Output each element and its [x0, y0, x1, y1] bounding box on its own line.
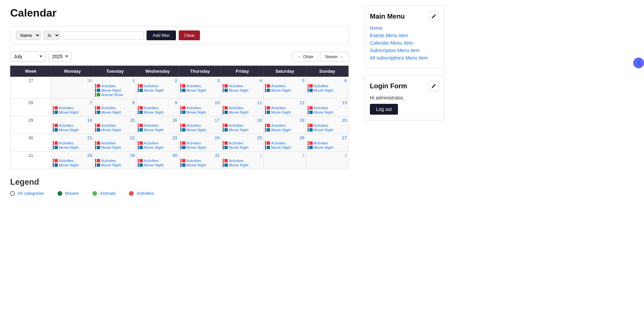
event-item[interactable]: Movie Night [95, 88, 135, 92]
day-number[interactable]: 26 [265, 135, 304, 140]
event-item[interactable]: Movie Night [223, 110, 262, 114]
day-number[interactable]: 10 [180, 100, 220, 105]
add-filter-button[interactable]: Add filter [147, 30, 176, 40]
day-number[interactable]: 4 [223, 78, 262, 83]
event-label[interactable]: Movie Night [101, 128, 121, 132]
day-number[interactable]: 27 [308, 135, 347, 140]
event-item[interactable]: Movie Night [53, 145, 92, 149]
event-item[interactable]: Activities [180, 84, 220, 88]
event-item[interactable]: Movie Night [138, 145, 177, 149]
event-label[interactable]: Activities [59, 141, 73, 145]
week-link[interactable]: 27 [28, 78, 33, 83]
menu-link-events[interactable]: Events Menu Item [370, 33, 408, 38]
event-label[interactable]: Movie Night [144, 110, 163, 114]
legend-link-movies[interactable]: Movies [65, 191, 79, 196]
event-label[interactable]: Activities [144, 106, 158, 110]
event-label[interactable]: Activities [271, 141, 286, 145]
event-item[interactable]: Activities [138, 159, 177, 163]
day-number[interactable]: 31 [180, 153, 220, 158]
event-item[interactable]: Activities [223, 106, 262, 110]
legend-link-all-categories[interactable]: All categories [18, 191, 44, 196]
event-item[interactable]: Movie Night [180, 128, 220, 132]
event-item[interactable]: Activities [180, 106, 220, 110]
day-number[interactable]: 15 [95, 118, 135, 123]
event-label[interactable]: Movie Night [229, 110, 248, 114]
event-label[interactable]: Activities [144, 159, 158, 163]
event-label[interactable]: Activities [144, 84, 158, 88]
event-label[interactable]: Movie Night [314, 88, 333, 92]
day-number[interactable]: 1 [95, 78, 135, 83]
event-label[interactable]: Activities [186, 84, 201, 88]
day-number[interactable]: 5 [265, 78, 304, 83]
event-label[interactable]: Activities [271, 84, 286, 88]
day-number[interactable]: 9 [138, 100, 177, 105]
event-label[interactable]: Activities [314, 84, 328, 88]
event-label[interactable]: Activities [101, 106, 116, 110]
event-label[interactable]: Movie Night [101, 110, 121, 114]
filter-value-input[interactable] [63, 31, 144, 40]
event-label[interactable]: Movie Night [271, 110, 291, 114]
event-label[interactable]: Movie Night [101, 163, 121, 167]
event-item[interactable]: Activities [53, 159, 92, 163]
event-item[interactable]: Activities [223, 159, 262, 163]
event-label[interactable]: Activities [229, 141, 243, 145]
week-link[interactable]: 31 [28, 153, 33, 158]
day-number[interactable]: 19 [265, 118, 304, 123]
event-item[interactable]: Movie Night [180, 163, 220, 167]
filter-field-select[interactable]: Name [16, 31, 41, 40]
event-item[interactable]: Activities [265, 106, 304, 110]
event-item[interactable]: Movie Night [265, 88, 304, 92]
event-label[interactable]: Activities [271, 123, 286, 128]
year-select[interactable]: 2023202420252026 [48, 51, 71, 62]
event-label[interactable]: Movie Night [101, 88, 121, 92]
event-label[interactable]: Activities [186, 141, 201, 145]
main-menu-edit-button[interactable] [429, 11, 439, 21]
event-item[interactable]: Movie Night [95, 163, 135, 167]
event-item[interactable]: Activities [180, 141, 220, 145]
day-number[interactable]: 20 [308, 118, 347, 123]
event-label[interactable]: Movie Night [144, 145, 163, 149]
event-item[interactable]: Movie Night [308, 128, 347, 132]
event-label[interactable]: Activities [186, 106, 201, 110]
day-number[interactable]: 28 [53, 153, 92, 158]
logout-button[interactable]: Log out [370, 104, 398, 115]
event-item[interactable]: Activities [265, 141, 304, 145]
event-label[interactable]: Movie Night [144, 88, 163, 92]
event-item[interactable]: Movie Night [265, 128, 304, 132]
event-item[interactable]: Movie Night [180, 88, 220, 92]
event-item[interactable]: Movie Night [53, 128, 92, 132]
event-label[interactable]: Activities [101, 84, 116, 88]
event-label[interactable]: Movie Night [314, 145, 333, 149]
event-label[interactable]: Activities [101, 123, 116, 128]
day-number[interactable]: 24 [180, 135, 220, 140]
event-item[interactable]: Activities [53, 123, 92, 128]
day-number[interactable]: 25 [223, 135, 262, 140]
event-label[interactable]: Activities [59, 123, 73, 128]
day-number[interactable]: 17 [180, 118, 220, 123]
event-label[interactable]: Activities [186, 159, 201, 163]
week-link[interactable]: 30 [28, 135, 33, 140]
event-item[interactable]: Activities [265, 123, 304, 128]
event-item[interactable]: Activities [95, 123, 135, 128]
event-item[interactable]: Activities [180, 123, 220, 128]
day-number[interactable]: 16 [138, 118, 177, 123]
day-number[interactable]: 29 [95, 153, 135, 158]
event-item[interactable]: Activities [53, 141, 92, 145]
event-label[interactable]: Movie Night [186, 163, 206, 167]
day-number[interactable]: 22 [95, 135, 135, 140]
event-label[interactable]: Movie Night [229, 163, 248, 167]
event-label[interactable]: Activities [229, 106, 243, 110]
event-label[interactable]: Animal Show [101, 93, 123, 97]
day-number[interactable]: 2 [265, 153, 304, 158]
event-label[interactable]: Activities [101, 141, 116, 145]
event-label[interactable]: Movie Night [314, 110, 333, 114]
event-item[interactable]: Activities [138, 141, 177, 145]
event-item[interactable]: Movie Night [138, 163, 177, 167]
day-number[interactable]: 3 [180, 78, 220, 83]
day-number[interactable]: 14 [53, 118, 92, 123]
day-number[interactable]: 23 [138, 135, 177, 140]
event-label[interactable]: Activities [186, 123, 201, 128]
event-label[interactable]: Movie Night [144, 163, 163, 167]
event-item[interactable]: Activities [95, 106, 135, 110]
event-item[interactable]: Movie Night [180, 145, 220, 149]
